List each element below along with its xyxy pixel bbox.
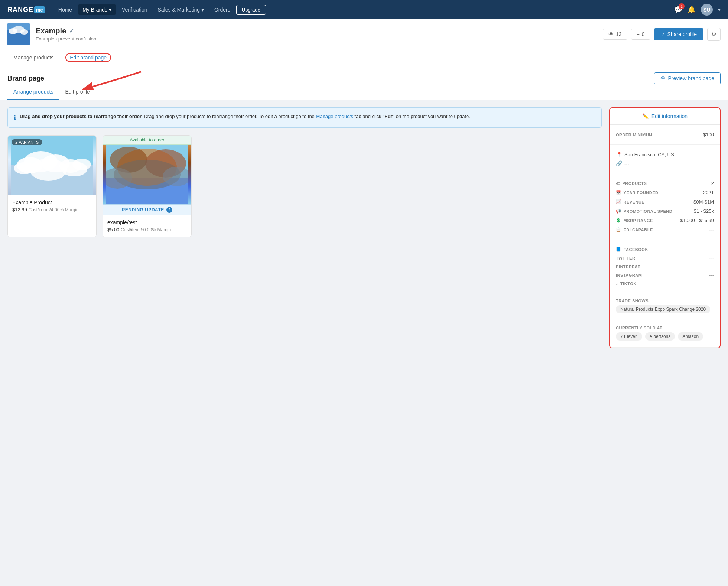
revenue-value: $0M-$1M <box>693 199 714 205</box>
nav-verification[interactable]: Verification <box>117 4 152 15</box>
plus-icon: + <box>637 31 640 37</box>
avatar-chevron[interactable]: ▾ <box>718 7 721 13</box>
nav-my-brands[interactable]: My Brands ▾ <box>78 4 116 15</box>
brand-page-header: Brand page 👁 Preview brand page <box>0 66 728 84</box>
tiktok-value: --- <box>709 281 714 286</box>
calendar-icon: 📅 <box>616 190 621 195</box>
promo-icon: 📢 <box>616 209 621 214</box>
products-value: 2 <box>711 180 714 186</box>
settings-gear-button[interactable]: ⚙ <box>707 28 721 41</box>
info-text: Drag and drop your products to rearrange… <box>20 113 470 120</box>
pending-help-icon[interactable]: ? <box>166 207 172 213</box>
facebook-value: --- <box>709 247 714 252</box>
nav-links: Home My Brands ▾ Verification Sales & Ma… <box>54 4 674 15</box>
tab-manage-products[interactable]: Manage products <box>7 49 59 66</box>
edi-icon: 📋 <box>616 227 621 232</box>
preview-icon: 👁 <box>660 75 666 81</box>
plus-stat: + 0 <box>631 29 650 40</box>
pinterest-row: PINTEREST --- <box>616 262 714 271</box>
order-minimum-row: ORDER MINIMUM $100 <box>616 130 714 139</box>
products-icon: 🏷 <box>616 181 620 186</box>
product-card-2: Available to order PENDING UPDATE <box>103 135 192 237</box>
preview-brand-page-button[interactable]: 👁 Preview brand page <box>654 72 721 84</box>
nav-right: 💬 1 🔔 SU ▾ <box>674 4 721 16</box>
upgrade-button[interactable]: Upgrade <box>236 5 266 15</box>
sub-tabs: Arrange products Edit profile <box>0 84 728 100</box>
manage-products-link[interactable]: Manage products <box>316 114 353 119</box>
product-price-2: $5.00 Cost/item 50.00% Margin <box>107 227 187 232</box>
brand-name: Example ✓ <box>36 27 603 35</box>
brand-page-title: Brand page <box>7 75 44 82</box>
bell-icon[interactable]: 🔔 <box>688 6 696 14</box>
year-founded-value: 2021 <box>703 190 714 195</box>
location-row: 📍 San Francisco, CA, US <box>616 150 714 159</box>
trade-show-tag-0: Natural Products Expo Spark Change 2020 <box>616 305 710 313</box>
sold-at-tag-1: Albertsons <box>645 332 675 341</box>
product-card-1: 2 VARIANTS Example Product $12.99 Cost/i… <box>7 135 97 237</box>
instagram-value: --- <box>709 272 714 278</box>
edit-information-button[interactable]: ✏️ Edit information <box>610 108 720 125</box>
location-value: San Francisco, CA, US <box>624 152 674 157</box>
website-row: 🔗 --- <box>616 159 714 168</box>
main-layout: ℹ Drag and drop your products to rearran… <box>0 100 728 356</box>
notification-badge: 1 <box>679 3 685 9</box>
edi-value: --- <box>709 227 714 232</box>
content-area: ℹ Drag and drop your products to rearran… <box>7 107 602 237</box>
products-grid: 2 VARIANTS Example Product $12.99 Cost/i… <box>7 135 602 237</box>
info-box: ℹ Drag and drop your products to rearran… <box>7 107 602 128</box>
products-row: 🏷 PRODUCTS 2 <box>616 179 714 188</box>
views-count: 13 <box>616 31 622 37</box>
info-icon: ℹ <box>14 113 16 122</box>
tab-edit-brand-page[interactable]: Edit brand page <box>59 49 117 66</box>
revenue-icon: 📈 <box>616 199 621 204</box>
plus-count: 0 <box>642 31 645 37</box>
avatar[interactable]: SU <box>701 4 713 16</box>
trade-shows-tags: Natural Products Expo Spark Change 2020 <box>616 303 714 315</box>
link-icon: 🔗 <box>616 160 622 166</box>
pending-text: PENDING UPDATE <box>122 207 164 212</box>
svg-point-14 <box>30 159 67 181</box>
facebook-icon: 📘 <box>616 247 621 252</box>
tab-edit-profile[interactable]: Edit profile <box>59 84 95 100</box>
brand-info-section: 🏷 PRODUCTS 2 📅 YEAR FOUNDED 2021 📈 REVEN… <box>610 173 720 240</box>
location-section: 📍 San Francisco, CA, US 🔗 --- <box>610 145 720 173</box>
edi-row: 📋 EDI CAPABLE --- <box>616 225 714 234</box>
revenue-row: 📈 REVENUE $0M-$1M <box>616 197 714 206</box>
tiktok-icon: ♪ <box>616 281 618 286</box>
variants-badge: 2 VARIANTS <box>12 139 42 145</box>
website-value: --- <box>624 161 629 166</box>
messages-icon[interactable]: 💬 1 <box>674 6 682 14</box>
nav-sales-marketing[interactable]: Sales & Marketing ▾ <box>153 4 208 15</box>
nav-home[interactable]: Home <box>54 4 77 15</box>
order-minimum-value: $100 <box>703 132 714 137</box>
promo-spend-value: $1 - $25k <box>694 208 714 214</box>
logo[interactable]: RANGE me <box>7 6 45 14</box>
instagram-row: INSTAGRAM --- <box>616 271 714 279</box>
tiktok-row: ♪ TIKTOK --- <box>616 279 714 288</box>
share-icon: ↗ <box>661 31 665 37</box>
available-banner: Available to order <box>103 136 191 145</box>
views-stat: 👁 13 <box>603 29 627 40</box>
social-section: 📘 FACEBOOK --- TWITTER --- PINTEREST --- <box>610 240 720 293</box>
navbar: RANGE me Home My Brands ▾ Verification S… <box>0 0 728 19</box>
msrp-row: 💲 MSRP RANGE $10.00 - $16.99 <box>616 216 714 225</box>
promo-spend-row: 📢 PROMOTIONAL SPEND $1 - $25k <box>616 206 714 216</box>
brand-header: Example ✓ Examples prevent confusion 👁 1… <box>0 19 728 49</box>
sold-at-tag-2: Amazon <box>678 332 703 341</box>
order-minimum-section: ORDER MINIMUM $100 <box>610 125 720 145</box>
eye-icon: 👁 <box>608 31 614 37</box>
sold-at-section: CURRENTLY SOLD AT 7 Eleven Albertsons Am… <box>610 320 720 348</box>
trade-shows-label: TRADE SHOWS <box>616 299 714 303</box>
sidebar: ✏️ Edit information ORDER MINIMUM $100 📍… <box>609 107 721 348</box>
product-info-1: Example Product $12.99 Cost/item 24.00% … <box>8 195 96 217</box>
sold-at-label: CURRENTLY SOLD AT <box>616 326 714 330</box>
twitter-row: TWITTER --- <box>616 254 714 262</box>
msrp-value: $10.00 - $16.99 <box>680 218 714 223</box>
share-profile-button[interactable]: ↗ Share profile <box>654 28 703 40</box>
sold-at-tag-0: 7 Eleven <box>616 332 642 341</box>
twitter-value: --- <box>709 255 714 261</box>
tab-arrange-products[interactable]: Arrange products <box>7 84 59 100</box>
nav-orders[interactable]: Orders <box>210 4 235 15</box>
dollar-icon: 💲 <box>616 218 621 223</box>
order-minimum-label: ORDER MINIMUM <box>616 133 653 137</box>
